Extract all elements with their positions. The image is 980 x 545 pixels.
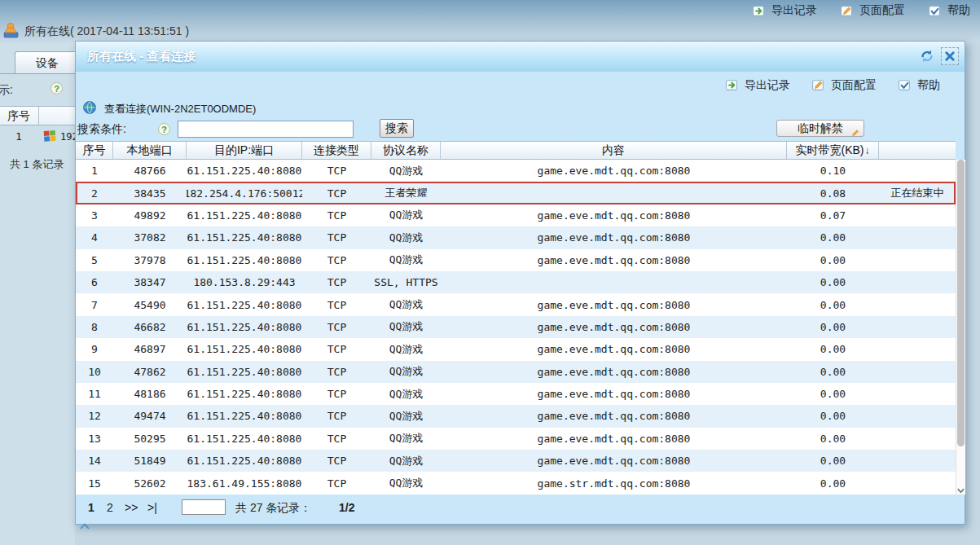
cell-conn_type: TCP	[302, 450, 371, 472]
cell-no: 13	[76, 428, 113, 450]
cell-status	[879, 316, 956, 338]
connection-row-1[interactable]: 14876661.151.225.40:8080TCPQQ游戏game.eve.…	[76, 160, 956, 182]
cell-conn_type: TCP	[302, 472, 371, 494]
export-button[interactable]: 导出记录	[725, 78, 790, 93]
cell-no: 1	[76, 160, 113, 182]
export-button[interactable]: 导出记录	[752, 3, 817, 18]
cell-content	[441, 182, 787, 204]
scroll-down-icon[interactable]	[956, 484, 965, 494]
cell-local_port: 37082	[113, 226, 187, 248]
page-2-link[interactable]: 2	[107, 501, 113, 514]
help-icon	[928, 4, 942, 18]
cell-protocol: QQ游戏	[371, 428, 441, 450]
cell-status	[879, 249, 956, 271]
connection-row-13[interactable]: 135029561.151.225.40:8080TCPQQ游戏game.eve…	[76, 428, 956, 450]
search-input[interactable]	[178, 121, 354, 138]
cell-conn_type: TCP	[302, 226, 371, 248]
cell-conn_type: TCP	[302, 293, 371, 315]
cell-status	[879, 472, 956, 494]
connections-table-body: 14876661.151.225.40:8080TCPQQ游戏game.eve.…	[76, 160, 956, 494]
cell-protocol: QQ游戏	[371, 338, 441, 360]
column-header-0[interactable]: 序号	[76, 142, 113, 159]
connection-row-7[interactable]: 74549061.151.225.40:8080TCPQQ游戏game.eve.…	[76, 293, 956, 315]
column-header-3[interactable]: 连接类型	[302, 142, 371, 159]
cell-dest_ip_port: 61.151.225.40:8080	[187, 383, 302, 405]
column-header-5[interactable]: 内容	[441, 142, 787, 159]
cell-status	[879, 271, 956, 293]
cell-content: game.eve.mdt.qq.com:8080	[441, 226, 787, 248]
page-1-link[interactable]: 1	[88, 501, 94, 514]
next-page-button[interactable]: >>	[125, 501, 138, 514]
connection-row-4[interactable]: 43708261.151.225.40:8080TCPQQ游戏game.eve.…	[76, 226, 956, 248]
column-header-7[interactable]	[879, 142, 956, 159]
cell-dest_ip_port: 61.151.225.40:8080	[187, 428, 302, 450]
export-label: 导出记录	[771, 3, 817, 18]
cell-dest_ip_port: 61.151.225.40:8080	[187, 361, 302, 383]
connection-row-12[interactable]: 124947461.151.225.40:8080TCPQQ游戏game.eve…	[76, 405, 956, 427]
scrollbar-thumb[interactable]	[957, 160, 965, 446]
device-row-index: 1	[0, 130, 37, 143]
cell-local_port: 51849	[113, 450, 187, 472]
connection-row-14[interactable]: 145184961.151.225.40:8080TCPQQ游戏game.eve…	[76, 450, 956, 472]
cell-content	[441, 271, 787, 293]
cell-status	[879, 160, 956, 182]
cell-protocol: QQ游戏	[371, 472, 441, 494]
connection-row-5[interactable]: 53797861.151.225.40:8080TCPQQ游戏game.eve.…	[76, 249, 956, 271]
connection-row-10[interactable]: 104786261.151.225.40:8080TCPQQ游戏game.eve…	[76, 361, 956, 383]
unban-label: 临时解禁	[798, 121, 843, 134]
cell-conn_type: TCP	[302, 271, 371, 293]
column-header-1[interactable]: 本地端口	[113, 142, 187, 159]
cell-status	[879, 450, 956, 472]
cell-bandwidth_kb: 0.00	[787, 405, 879, 427]
cell-content: game.eve.mdt.qq.com:8080	[441, 428, 787, 450]
cell-protocol: QQ游戏	[371, 226, 441, 248]
cell-conn_type: TCP	[302, 405, 371, 427]
connection-row-15[interactable]: 1552602183.61.49.155:8080TCPQQ游戏game.str…	[76, 472, 956, 494]
table-scrollbar[interactable]	[956, 160, 965, 494]
cell-protocol: QQ游戏	[371, 450, 441, 472]
connection-row-6[interactable]: 638347180.153.8.29:443TCPSSL, HTTPS0.00	[76, 271, 956, 293]
connection-row-2[interactable]: 238435182.254.4.176:50012TCP王者荣耀0.08正在结束…	[76, 182, 956, 204]
column-header-2[interactable]: 目的IP:端口	[187, 142, 302, 159]
cell-no: 4	[76, 226, 113, 248]
cell-conn_type: TCP	[302, 361, 371, 383]
temporary-unban-button[interactable]: 临时解禁	[776, 120, 864, 137]
background-panel: 设备 显示: ? 序号 1 192 共 1 条记录	[0, 42, 75, 545]
cell-bandwidth_kb: 0.10	[787, 160, 879, 182]
column-header-no: 序号	[0, 107, 37, 125]
page-config-button[interactable]: 页面配置	[811, 78, 877, 93]
cell-bandwidth_kb: 0.00	[787, 271, 879, 293]
column-header-6[interactable]: 实时带宽(KB)↓	[787, 142, 879, 159]
help-button[interactable]: 帮助	[898, 78, 940, 93]
cell-bandwidth_kb: 0.00	[787, 226, 879, 248]
connection-row-3[interactable]: 34989261.151.225.40:8080TCPQQ游戏game.eve.…	[76, 204, 956, 226]
cell-local_port: 50295	[113, 428, 187, 450]
topbar-buttons: 导出记录页面配置帮助	[752, 2, 970, 20]
column-header-4[interactable]: 协议名称	[371, 142, 441, 159]
column-header-label: 连接类型	[314, 143, 359, 158]
cell-no: 3	[76, 204, 113, 226]
cell-conn_type: TCP	[302, 204, 371, 226]
refresh-icon[interactable]	[919, 48, 935, 64]
close-icon[interactable]	[941, 47, 959, 65]
cell-dest_ip_port: 61.151.225.40:8080	[187, 450, 302, 472]
page-config-button[interactable]: 页面配置	[840, 3, 905, 18]
help-tooltip-icon[interactable]: ?	[51, 82, 63, 94]
tab-device[interactable]: 设备	[15, 51, 75, 73]
cell-bandwidth_kb: 0.00	[787, 383, 879, 405]
help-button[interactable]: 帮助	[928, 3, 970, 18]
goto-page-input[interactable]	[182, 499, 226, 515]
connection-row-9[interactable]: 94689761.151.225.40:8080TCPQQ游戏game.eve.…	[76, 338, 956, 360]
cell-local_port: 48766	[113, 160, 187, 182]
last-page-button[interactable]: >|	[147, 501, 157, 514]
search-help-icon[interactable]: ?	[158, 123, 170, 135]
cell-content: game.eve.mdt.qq.com:8080	[441, 383, 787, 405]
page-position: 1/2	[339, 501, 354, 514]
cell-dest_ip_port: 182.254.4.176:50012	[187, 182, 302, 204]
collapse-up-icon[interactable]	[80, 518, 90, 525]
search-button[interactable]: 搜索	[380, 119, 414, 138]
connection-row-8[interactable]: 84668261.151.225.40:8080TCPQQ游戏game.eve.…	[76, 316, 956, 338]
display-label: 显示:	[0, 83, 13, 98]
page-config-label: 页面配置	[859, 3, 905, 18]
connection-row-11[interactable]: 114818661.151.225.40:8080TCPQQ游戏game.eve…	[76, 383, 956, 405]
